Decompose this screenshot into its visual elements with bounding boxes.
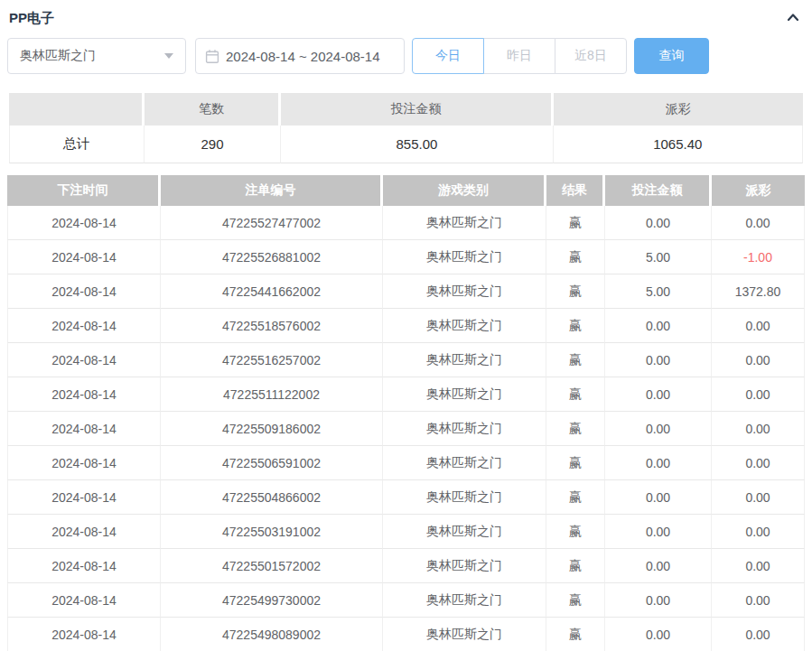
- records-header-row: 下注时间 注单编号 游戏类别 结果 投注金额 派彩: [7, 175, 805, 206]
- cell-bet-time: 2024-08-14: [7, 412, 161, 446]
- cell-result: 赢: [546, 549, 605, 583]
- cell-bet-time: 2024-08-14: [7, 240, 161, 274]
- summary-total-label: 总计: [9, 126, 145, 163]
- cell-bet-amount: 0.00: [605, 377, 712, 412]
- cell-game-category: 奥林匹斯之门: [383, 583, 546, 618]
- summary-header-payout: 派彩: [554, 93, 803, 126]
- summary-header-blank: [9, 93, 145, 126]
- table-row: 2024-08-14 47225527477002 奥林匹斯之门 赢 0.00 …: [7, 206, 805, 240]
- summary-header-bet-amount: 投注金额: [281, 93, 553, 126]
- cell-game-category: 奥林匹斯之门: [383, 446, 546, 480]
- cell-bet-amount: 0.00: [605, 515, 712, 549]
- table-row: 2024-08-14 47225506591002 奥林匹斯之门 赢 0.00 …: [7, 446, 805, 480]
- cell-result: 赢: [546, 309, 605, 343]
- cell-bet-time: 2024-08-14: [7, 377, 161, 412]
- header-game-category: 游戏类别: [383, 175, 546, 206]
- cell-bet-amount: 5.00: [605, 240, 712, 274]
- cell-result: 赢: [546, 446, 605, 480]
- page-title: PP电子: [9, 10, 54, 27]
- cell-result: 赢: [546, 618, 605, 651]
- cell-bet-id: 47225504866002: [161, 480, 383, 515]
- cell-bet-id: 47225511122002: [161, 377, 383, 412]
- table-row: 2024-08-14 47225501572002 奥林匹斯之门 赢 0.00 …: [7, 549, 805, 583]
- date-range-value: 2024-08-14 ~ 2024-08-14: [226, 49, 380, 64]
- header-bet-time: 下注时间: [7, 175, 161, 206]
- table-row: 2024-08-14 47225518576002 奥林匹斯之门 赢 0.00 …: [7, 309, 805, 343]
- date-range-input[interactable]: 2024-08-14 ~ 2024-08-14: [195, 38, 405, 74]
- summary-count-value: 290: [145, 126, 282, 163]
- table-row: 2024-08-14 47225509186002 奥林匹斯之门 赢 0.00 …: [7, 412, 805, 446]
- summary-table: 笔数 投注金额 派彩 总计 290 855.00 1065.40: [9, 93, 803, 163]
- cell-game-category: 奥林匹斯之门: [383, 240, 546, 274]
- cell-bet-id: 47225518576002: [161, 309, 383, 343]
- cell-game-category: 奥林匹斯之门: [383, 377, 546, 412]
- cell-bet-id: 47225506591002: [161, 446, 383, 480]
- calendar-icon: [205, 49, 219, 64]
- table-row: 2024-08-14 47225503191002 奥林匹斯之门 赢 0.00 …: [7, 515, 805, 549]
- cell-bet-amount: 0.00: [605, 549, 712, 583]
- chevron-up-icon: [785, 10, 801, 27]
- table-row: 2024-08-14 47225516257002 奥林匹斯之门 赢 0.00 …: [7, 343, 805, 377]
- cell-bet-id: 47225527477002: [161, 206, 383, 240]
- summary-payout-value: 1065.40: [554, 126, 803, 163]
- cell-bet-id: 47225498089002: [161, 618, 383, 651]
- cell-bet-time: 2024-08-14: [7, 343, 161, 377]
- summary-bet-amount-value: 855.00: [281, 126, 553, 163]
- cell-payout: 0.00: [712, 583, 805, 618]
- cell-bet-amount: 0.00: [605, 480, 712, 515]
- yesterday-button[interactable]: 昨日: [483, 38, 555, 74]
- cell-game-category: 奥林匹斯之门: [383, 549, 546, 583]
- cell-bet-id: 47225516257002: [161, 343, 383, 377]
- cell-bet-id: 47225441662002: [161, 274, 383, 309]
- cell-game-category: 奥林匹斯之门: [383, 480, 546, 515]
- cell-game-category: 奥林匹斯之门: [383, 515, 546, 549]
- header-bet-amount: 投注金额: [605, 175, 712, 206]
- cell-bet-time: 2024-08-14: [7, 515, 161, 549]
- summary-header-count: 笔数: [145, 93, 282, 126]
- cell-payout: 1372.80: [712, 274, 805, 309]
- cell-result: 赢: [546, 515, 605, 549]
- cell-bet-id: 47225526881002: [161, 240, 383, 274]
- last-8-days-button[interactable]: 近8日: [555, 38, 627, 74]
- cell-payout: 0.00: [712, 446, 805, 480]
- cell-bet-amount: 0.00: [605, 206, 712, 240]
- cell-game-category: 奥林匹斯之门: [383, 206, 546, 240]
- cell-payout: 0.00: [712, 343, 805, 377]
- cell-game-category: 奥林匹斯之门: [383, 274, 546, 309]
- table-row: 2024-08-14 47225441662002 奥林匹斯之门 赢 5.00 …: [7, 274, 805, 309]
- filter-controls: 奥林匹斯之门 2024-08-14 ~ 2024-08-14 今日 昨日 近8日…: [7, 38, 805, 74]
- query-button[interactable]: 查询: [634, 38, 709, 74]
- cell-result: 赢: [546, 412, 605, 446]
- panel-header: PP电子: [7, 0, 805, 29]
- cell-game-category: 奥林匹斯之门: [383, 343, 546, 377]
- cell-bet-id: 47225509186002: [161, 412, 383, 446]
- cell-game-category: 奥林匹斯之门: [383, 618, 546, 651]
- cell-bet-time: 2024-08-14: [7, 446, 161, 480]
- game-select[interactable]: 奥林匹斯之门: [7, 38, 186, 74]
- table-row: 2024-08-14 47225511122002 奥林匹斯之门 赢 0.00 …: [7, 377, 805, 412]
- cell-game-category: 奥林匹斯之门: [383, 309, 546, 343]
- cell-bet-amount: 0.00: [605, 343, 712, 377]
- records-table: 下注时间 注单编号 游戏类别 结果 投注金额 派彩 2024-08-14 472…: [7, 175, 805, 651]
- cell-bet-time: 2024-08-14: [7, 618, 161, 651]
- cell-result: 赢: [546, 377, 605, 412]
- cell-result: 赢: [546, 583, 605, 618]
- cell-bet-id: 47225501572002: [161, 549, 383, 583]
- today-button[interactable]: 今日: [412, 38, 484, 74]
- cell-payout: 0.00: [712, 309, 805, 343]
- cell-result: 赢: [546, 480, 605, 515]
- header-result: 结果: [546, 175, 605, 206]
- collapse-toggle-button[interactable]: [785, 10, 801, 27]
- cell-bet-amount: 0.00: [605, 583, 712, 618]
- pp-electronic-panel: PP电子 奥林匹斯之门 2024-08-14 ~ 2: [0, 0, 812, 651]
- cell-payout: 0.00: [712, 412, 805, 446]
- cell-bet-time: 2024-08-14: [7, 206, 161, 240]
- cell-bet-time: 2024-08-14: [7, 583, 161, 618]
- quick-date-button-group: 今日 昨日 近8日: [412, 38, 627, 74]
- cell-result: 赢: [546, 274, 605, 309]
- table-row: 2024-08-14 47225498089002 奥林匹斯之门 赢 0.00 …: [7, 618, 805, 651]
- game-select-value: 奥林匹斯之门: [20, 48, 96, 64]
- cell-payout: 0.00: [712, 480, 805, 515]
- table-row: 2024-08-14 47225499730002 奥林匹斯之门 赢 0.00 …: [7, 583, 805, 618]
- cell-bet-time: 2024-08-14: [7, 549, 161, 583]
